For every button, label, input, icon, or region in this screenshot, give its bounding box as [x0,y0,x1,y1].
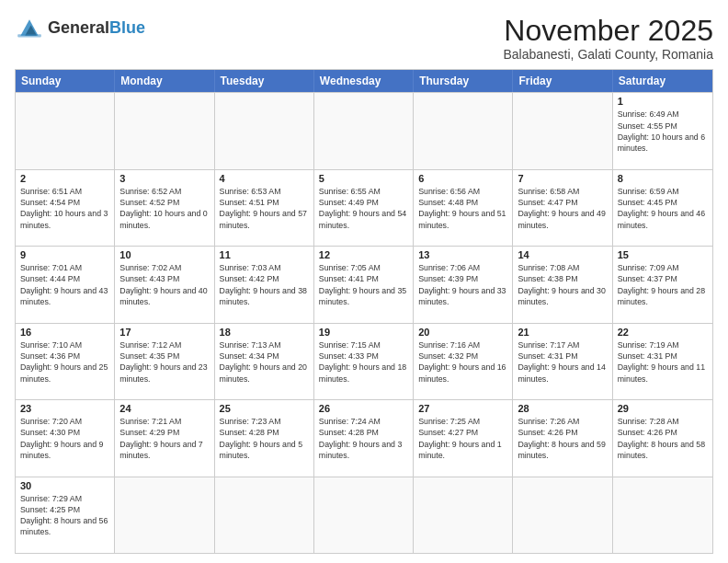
day-cell-1: 1Sunrise: 6:49 AM Sunset: 4:55 PM Daylig… [613,93,712,168]
day-info: Sunrise: 7:24 AM Sunset: 4:28 PM Dayligh… [319,416,408,461]
day-info: Sunrise: 7:13 AM Sunset: 4:34 PM Dayligh… [220,339,309,385]
day-number: 20 [418,327,507,338]
day-number: 12 [319,249,408,260]
day-cell-29: 29Sunrise: 7:28 AM Sunset: 4:26 PM Dayli… [613,400,712,476]
calendar-body: 1Sunrise: 6:49 AM Sunset: 4:55 PM Daylig… [16,92,712,553]
day-cell-empty [314,93,414,168]
day-cell-8: 8Sunrise: 6:59 AM Sunset: 4:45 PM Daylig… [613,170,712,246]
day-cell-27: 27Sunrise: 7:25 AM Sunset: 4:27 PM Dayli… [414,400,513,476]
header-day-monday: Monday [115,70,214,92]
logo-icon [15,15,44,40]
day-info: Sunrise: 6:53 AM Sunset: 4:51 PM Dayligh… [220,186,309,231]
day-cell-6: 6Sunrise: 6:56 AM Sunset: 4:48 PM Daylig… [414,170,513,246]
day-cell-empty [314,477,414,553]
day-cell-4: 4Sunrise: 6:53 AM Sunset: 4:51 PM Daylig… [215,170,314,246]
day-cell-24: 24Sunrise: 7:21 AM Sunset: 4:29 PM Dayli… [115,400,214,476]
header-day-sunday: Sunday [16,70,115,92]
day-info: Sunrise: 7:29 AM Sunset: 4:25 PM Dayligh… [20,493,109,538]
day-cell-19: 19Sunrise: 7:15 AM Sunset: 4:33 PM Dayli… [314,324,414,399]
day-info: Sunrise: 7:06 AM Sunset: 4:39 PM Dayligh… [418,262,507,307]
calendar: SundayMondayTuesdayWednesdayThursdayFrid… [15,69,713,554]
day-info: Sunrise: 7:01 AM Sunset: 4:44 PM Dayligh… [20,262,109,307]
day-number: 3 [119,173,209,184]
day-cell-15: 15Sunrise: 7:09 AM Sunset: 4:37 PM Dayli… [613,247,712,322]
month-title: November 2025 [503,15,713,47]
day-number: 14 [518,249,607,260]
logo: GeneralBlue [15,15,145,40]
day-info: Sunrise: 6:49 AM Sunset: 4:55 PM Dayligh… [618,109,708,154]
day-cell-2: 2Sunrise: 6:51 AM Sunset: 4:54 PM Daylig… [16,170,115,246]
title-block: November 2025 Balabanesti, Galati County… [503,15,713,62]
day-info: Sunrise: 7:03 AM Sunset: 4:42 PM Dayligh… [220,262,309,307]
day-info: Sunrise: 7:20 AM Sunset: 4:30 PM Dayligh… [20,416,109,461]
day-number: 9 [20,249,109,260]
day-info: Sunrise: 6:58 AM Sunset: 4:47 PM Dayligh… [518,186,607,231]
day-info: Sunrise: 6:55 AM Sunset: 4:49 PM Dayligh… [319,186,408,231]
day-info: Sunrise: 7:26 AM Sunset: 4:26 PM Dayligh… [518,416,607,461]
day-cell-empty [115,93,214,168]
day-info: Sunrise: 7:28 AM Sunset: 4:26 PM Dayligh… [618,416,708,461]
header-day-wednesday: Wednesday [314,70,414,92]
header-day-thursday: Thursday [414,70,513,92]
header-day-tuesday: Tuesday [215,70,314,92]
calendar-row-1: 2Sunrise: 6:51 AM Sunset: 4:54 PM Daylig… [16,169,712,246]
location: Balabanesti, Galati County, Romania [503,47,713,62]
day-cell-17: 17Sunrise: 7:12 AM Sunset: 4:35 PM Dayli… [115,324,214,399]
day-info: Sunrise: 6:51 AM Sunset: 4:54 PM Dayligh… [20,186,109,231]
header-day-friday: Friday [513,70,612,92]
svg-rect-2 [17,34,41,37]
day-number: 28 [518,403,607,414]
day-cell-18: 18Sunrise: 7:13 AM Sunset: 4:34 PM Dayli… [215,324,314,399]
day-info: Sunrise: 6:59 AM Sunset: 4:45 PM Dayligh… [618,186,708,231]
day-number: 27 [418,403,507,414]
day-cell-13: 13Sunrise: 7:06 AM Sunset: 4:39 PM Dayli… [414,247,513,322]
day-cell-30: 30Sunrise: 7:29 AM Sunset: 4:25 PM Dayli… [16,477,115,553]
calendar-row-5: 30Sunrise: 7:29 AM Sunset: 4:25 PM Dayli… [16,477,712,553]
day-cell-23: 23Sunrise: 7:20 AM Sunset: 4:30 PM Dayli… [16,400,115,476]
day-cell-22: 22Sunrise: 7:19 AM Sunset: 4:31 PM Dayli… [613,324,712,399]
day-info: Sunrise: 7:17 AM Sunset: 4:31 PM Dayligh… [518,339,607,385]
day-number: 8 [618,173,708,184]
day-info: Sunrise: 7:21 AM Sunset: 4:29 PM Dayligh… [119,416,209,461]
day-cell-5: 5Sunrise: 6:55 AM Sunset: 4:49 PM Daylig… [314,170,414,246]
day-cell-9: 9Sunrise: 7:01 AM Sunset: 4:44 PM Daylig… [16,247,115,322]
day-info: Sunrise: 7:23 AM Sunset: 4:28 PM Dayligh… [220,416,309,461]
day-info: Sunrise: 7:15 AM Sunset: 4:33 PM Dayligh… [319,339,408,385]
day-number: 7 [518,173,607,184]
day-cell-empty [16,93,115,168]
day-cell-21: 21Sunrise: 7:17 AM Sunset: 4:31 PM Dayli… [513,324,612,399]
calendar-row-3: 16Sunrise: 7:10 AM Sunset: 4:36 PM Dayli… [16,323,712,399]
page-header: GeneralBlue November 2025 Balabanesti, G… [15,15,713,62]
header-day-saturday: Saturday [613,70,712,92]
day-number: 2 [20,173,109,184]
day-info: Sunrise: 7:09 AM Sunset: 4:37 PM Dayligh… [618,262,708,307]
day-cell-empty [215,477,314,553]
day-number: 17 [119,327,209,338]
day-cell-empty [115,477,214,553]
calendar-row-4: 23Sunrise: 7:20 AM Sunset: 4:30 PM Dayli… [16,399,712,476]
day-cell-26: 26Sunrise: 7:24 AM Sunset: 4:28 PM Dayli… [314,400,414,476]
day-number: 10 [119,249,209,260]
day-cell-empty [613,477,712,553]
day-number: 16 [20,327,109,338]
day-number: 21 [518,327,607,338]
day-number: 23 [20,403,109,414]
day-cell-10: 10Sunrise: 7:02 AM Sunset: 4:43 PM Dayli… [115,247,214,322]
day-cell-28: 28Sunrise: 7:26 AM Sunset: 4:26 PM Dayli… [513,400,612,476]
day-info: Sunrise: 7:08 AM Sunset: 4:38 PM Dayligh… [518,262,607,307]
day-number: 13 [418,249,507,260]
day-number: 19 [319,327,408,338]
day-number: 22 [618,327,708,338]
day-number: 29 [618,403,708,414]
calendar-row-0: 1Sunrise: 6:49 AM Sunset: 4:55 PM Daylig… [16,92,712,168]
day-number: 4 [220,173,309,184]
day-cell-empty [513,477,612,553]
day-number: 5 [319,173,408,184]
day-info: Sunrise: 7:10 AM Sunset: 4:36 PM Dayligh… [20,339,109,385]
day-number: 25 [220,403,309,414]
day-cell-empty [513,93,612,168]
day-info: Sunrise: 7:16 AM Sunset: 4:32 PM Dayligh… [418,339,507,385]
day-number: 30 [20,480,109,491]
day-number: 1 [618,96,708,107]
day-number: 6 [418,173,507,184]
